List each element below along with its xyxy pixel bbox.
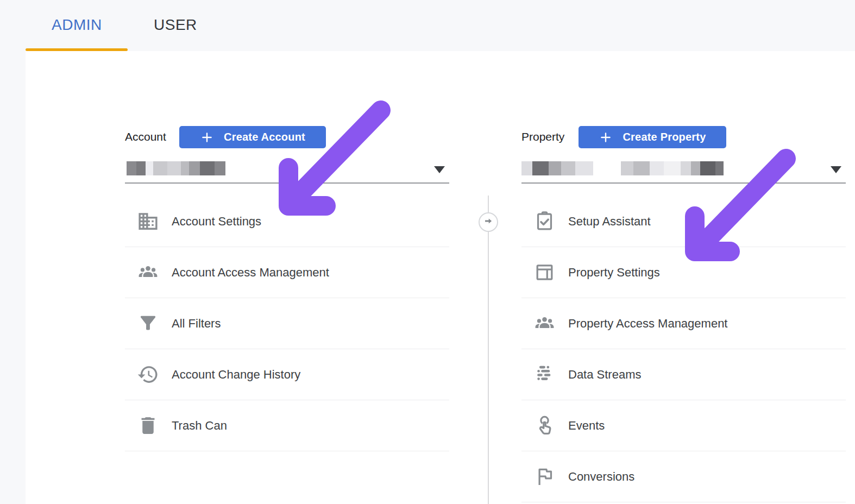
menu-item-label: Property Settings — [568, 266, 660, 280]
admin-content-panel: Account Create Account Property Create P… — [26, 51, 855, 504]
admin-tabbar: ADMIN USER — [0, 0, 855, 51]
chevron-down-icon — [434, 166, 445, 173]
property-name-redacted — [621, 161, 724, 175]
create-property-label: Create Property — [623, 131, 706, 143]
account-selector[interactable] — [125, 158, 449, 184]
menu-item-trash-can[interactable]: Trash Can — [125, 400, 449, 451]
account-menu: Account SettingsAccount Access Managemen… — [125, 196, 449, 451]
tab-admin[interactable]: ADMIN — [52, 16, 102, 34]
menu-item-label: Events — [568, 419, 605, 433]
building-icon — [137, 210, 159, 232]
data-streams-icon — [533, 363, 556, 386]
create-account-label: Create Account — [224, 131, 305, 143]
plus-icon — [599, 130, 613, 144]
menu-item-label: Property Access Management — [568, 317, 727, 331]
account-name-redacted — [127, 161, 225, 175]
property-name-redacted — [521, 161, 593, 175]
menu-item-label: Account Settings — [172, 215, 261, 229]
menu-item-data-streams[interactable]: Data Streams — [521, 349, 846, 400]
create-account-button[interactable]: Create Account — [179, 126, 326, 148]
property-selector[interactable] — [521, 158, 846, 184]
tab-user[interactable]: USER — [154, 16, 197, 34]
jump-to-property-button[interactable] — [479, 212, 498, 232]
selector-underline — [125, 182, 449, 184]
property-menu: Setup AssistantProperty SettingsProperty… — [521, 196, 846, 504]
column-divider — [488, 196, 489, 504]
menu-item-events[interactable]: Events — [521, 400, 846, 451]
clipboard-check-icon — [533, 210, 556, 232]
menu-item-label: Account Change History — [172, 368, 300, 382]
layout-icon — [533, 261, 556, 284]
menu-item-label: Account Access Management — [172, 266, 329, 280]
menu-item-conversions[interactable]: Conversions — [521, 451, 846, 502]
create-property-button[interactable]: Create Property — [579, 126, 726, 148]
menu-item-account-change-history[interactable]: Account Change History — [125, 349, 449, 400]
flag-icon — [533, 465, 556, 488]
history-icon — [137, 363, 159, 386]
plus-icon — [200, 130, 214, 144]
chevron-down-icon — [831, 166, 841, 173]
menu-item-setup-assistant[interactable]: Setup Assistant — [521, 196, 846, 247]
menu-item-account-access-management[interactable]: Account Access Management — [125, 247, 449, 298]
menu-item-property-settings[interactable]: Property Settings — [521, 247, 846, 298]
menu-item-label: Setup Assistant — [568, 215, 651, 229]
people-group-icon — [533, 312, 556, 335]
menu-item-label: Conversions — [568, 470, 634, 484]
menu-item-property-access-management[interactable]: Property Access Management — [521, 298, 846, 349]
arrow-right-circle-icon — [482, 215, 494, 229]
property-column-label: Property — [521, 130, 564, 143]
ga-admin-page: { "tabs": { "admin": "ADMIN", "user": "U… — [0, 0, 855, 504]
menu-item-label: Data Streams — [568, 368, 642, 382]
menu-item-account-settings[interactable]: Account Settings — [125, 196, 449, 247]
account-column-label: Account — [125, 130, 166, 143]
selector-underline — [521, 182, 846, 184]
menu-item-label: Trash Can — [172, 419, 227, 433]
menu-item-label: All Filters — [172, 317, 221, 331]
trash-icon — [137, 414, 159, 437]
touch-icon — [533, 414, 556, 437]
menu-item-all-filters[interactable]: All Filters — [125, 298, 449, 349]
filter-icon — [137, 312, 159, 335]
people-group-icon — [137, 261, 159, 284]
